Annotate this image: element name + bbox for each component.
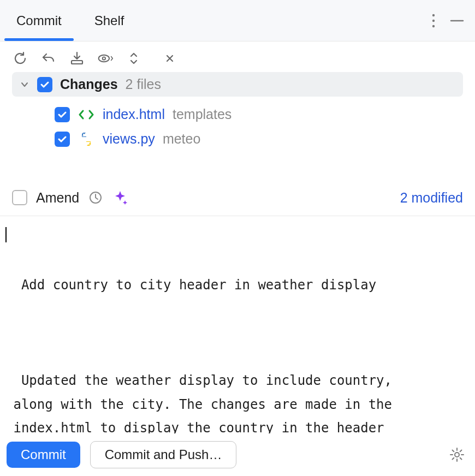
modified-count[interactable]: 2 modified bbox=[400, 190, 463, 206]
chevron-down-icon[interactable] bbox=[20, 80, 29, 90]
panel-header: Commit Shelf bbox=[0, 0, 475, 41]
tab-commit[interactable]: Commit bbox=[0, 0, 78, 41]
text-cursor bbox=[5, 227, 7, 242]
tab-commit-label: Commit bbox=[16, 13, 62, 28]
file-checkbox[interactable] bbox=[55, 132, 70, 147]
changes-root-checkbox[interactable] bbox=[37, 77, 52, 92]
svg-point-10 bbox=[455, 453, 459, 457]
ai-suggestion-icon[interactable] bbox=[112, 189, 128, 206]
tab-shelf[interactable]: Shelf bbox=[78, 0, 141, 41]
shelve-icon[interactable] bbox=[69, 50, 85, 67]
svg-point-0 bbox=[432, 14, 435, 16]
changes-tree: Changes 2 files index.html templates vie… bbox=[0, 72, 475, 151]
file-name: index.html bbox=[103, 106, 165, 122]
file-dir: templates bbox=[173, 106, 231, 122]
svg-point-1 bbox=[432, 19, 435, 21]
refresh-icon[interactable] bbox=[12, 50, 28, 67]
group-by-icon[interactable] bbox=[162, 50, 178, 67]
changes-count: 2 files bbox=[126, 76, 161, 92]
show-diff-icon[interactable] bbox=[97, 50, 114, 67]
amend-label: Amend bbox=[36, 190, 79, 206]
html-file-icon bbox=[78, 108, 95, 121]
tab-shelf-label: Shelf bbox=[94, 13, 124, 28]
rollback-icon[interactable] bbox=[40, 50, 57, 67]
more-options-icon[interactable] bbox=[431, 13, 436, 29]
minimize-icon[interactable] bbox=[449, 13, 465, 29]
svg-point-2 bbox=[432, 25, 435, 27]
file-row-index-html[interactable]: index.html templates bbox=[12, 102, 463, 127]
history-icon[interactable] bbox=[88, 190, 103, 205]
bottom-action-bar: Commit Commit and Push… bbox=[0, 433, 475, 476]
python-file-icon bbox=[78, 132, 95, 147]
svg-point-5 bbox=[99, 55, 109, 62]
tabs: Commit Shelf bbox=[0, 0, 140, 41]
expand-collapse-icon[interactable] bbox=[126, 50, 142, 67]
commit-button[interactable]: Commit bbox=[7, 442, 80, 468]
file-checkbox[interactable] bbox=[55, 107, 70, 122]
commit-button-label: Commit bbox=[21, 447, 66, 462]
file-dir: meteo bbox=[163, 131, 200, 147]
changes-label: Changes bbox=[60, 76, 118, 92]
svg-point-8 bbox=[88, 143, 90, 144]
commit-message-title: Add country to city header in weather di… bbox=[21, 277, 376, 293]
amend-bar: Amend 2 modified bbox=[0, 177, 475, 216]
commit-and-push-label: Commit and Push… bbox=[105, 447, 222, 462]
commit-and-push-button[interactable]: Commit and Push… bbox=[90, 441, 237, 468]
svg-point-7 bbox=[83, 133, 84, 134]
amend-checkbox[interactable] bbox=[12, 190, 27, 205]
settings-icon[interactable] bbox=[449, 447, 465, 463]
svg-rect-4 bbox=[72, 61, 82, 64]
header-actions bbox=[431, 13, 465, 29]
changes-root-row[interactable]: Changes 2 files bbox=[12, 72, 463, 97]
file-row-views-py[interactable]: views.py meteo bbox=[12, 127, 463, 151]
commit-toolbar bbox=[0, 41, 475, 72]
file-name: views.py bbox=[103, 131, 155, 147]
svg-point-6 bbox=[103, 57, 105, 59]
